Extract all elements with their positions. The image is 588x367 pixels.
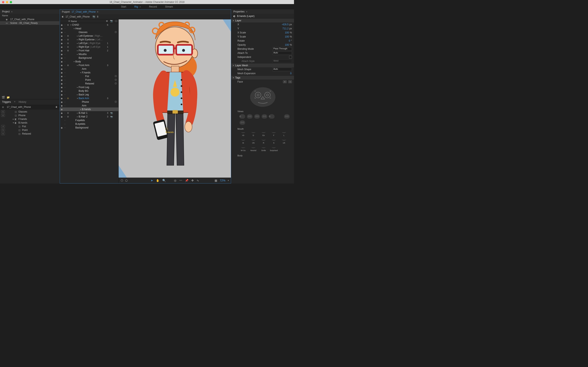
visibility-toggle[interactable]: ◉: [60, 72, 63, 74]
lock-dot[interactable]: ●: [63, 57, 66, 58]
hierarchy-row[interactable]: ◉●Relaxedⓘ: [60, 82, 118, 85]
view-right-quarter[interactable]: [261, 114, 267, 119]
trigger-row[interactable]: G◫Phone: [0, 114, 60, 117]
hierarchy-row[interactable]: ◉●♔▸Left Eyebrow| Righ…: [60, 34, 118, 38]
hierarchy-row[interactable]: ◉●Pointⓘ: [60, 78, 118, 82]
expand-caret[interactable]: ▸: [76, 94, 79, 96]
zoom-value[interactable]: 72%: [220, 179, 225, 182]
lock-dot[interactable]: ●: [63, 127, 66, 128]
mesh-fill-icon[interactable]: ⬠: [125, 179, 128, 182]
visibility-toggle[interactable]: ◉: [60, 83, 63, 85]
expand-caret[interactable]: ▾: [70, 24, 72, 26]
visibility-toggle[interactable]: ◉: [60, 94, 63, 96]
hierarchy-row[interactable]: ◉●▸Front Leg: [60, 85, 118, 89]
lock-dot[interactable]: ●: [63, 24, 66, 25]
lock-dot[interactable]: ●: [63, 90, 66, 92]
lock-dot[interactable]: ●: [63, 76, 66, 77]
visibility-toggle[interactable]: ◉: [60, 46, 63, 48]
expand-caret[interactable]: ▸: [76, 35, 79, 37]
lock-dot[interactable]: ●: [63, 79, 66, 81]
canvas[interactable]: B.hands: [119, 19, 231, 178]
hierarchy-row[interactable]: ◉●▾Body: [60, 60, 118, 63]
webcam-icon[interactable]: ⓘ: [115, 78, 117, 81]
viseme-uh[interactable]: Uh: [280, 139, 288, 144]
trigger-key[interactable]: G: [1, 114, 5, 117]
hierarchy-row[interactable]: ◉●Arm: [60, 104, 118, 108]
visibility-toggle[interactable]: ◉: [60, 57, 63, 59]
visibility-toggle[interactable]: ◉: [60, 50, 63, 52]
lock-dot[interactable]: ●: [63, 87, 66, 88]
trigger-key[interactable]: G: [1, 110, 5, 113]
visibility-toggle[interactable]: ◉: [60, 97, 63, 100]
lock-dot[interactable]: ●: [63, 116, 66, 117]
visibility-toggle[interactable]: ◉: [60, 24, 63, 26]
attach-dropdown[interactable]: Auto: [272, 51, 292, 55]
lock-dot[interactable]: ●: [63, 101, 66, 103]
hierarchy-row[interactable]: ◉●♔▾CHAD6: [60, 23, 118, 27]
expand-caret[interactable]: ▸: [76, 53, 79, 55]
lock-dot[interactable]: ●: [63, 83, 66, 84]
face-tag-widget[interactable]: [247, 85, 278, 108]
dangle-tool-icon[interactable]: 〰: [179, 179, 182, 182]
visibility-toggle[interactable]: ◉: [60, 101, 63, 103]
puppet-menu-icon[interactable]: ≡: [97, 10, 98, 13]
trigger-icon[interactable]: 📷: [110, 116, 113, 118]
crown-icon[interactable]: ♔: [66, 49, 70, 52]
tab-stream[interactable]: Stream: [165, 5, 173, 8]
expand-caret[interactable]: ▸: [79, 108, 82, 110]
hierarchy-row[interactable]: ◉●▸B.hands: [60, 108, 118, 111]
trigger-row[interactable]: G◫Glasses: [0, 110, 60, 114]
visibility-toggle[interactable]: ◉: [60, 90, 63, 92]
hierarchy-row[interactable]: ◉●♔▸B.Hair 13📷: [60, 111, 118, 115]
viseme-l[interactable]: L: [280, 131, 288, 136]
mesh-outline-icon[interactable]: ⬡: [121, 179, 123, 182]
visibility-toggle[interactable]: ◉: [60, 127, 63, 129]
expand-caret[interactable]: ▸: [76, 39, 79, 41]
visibility-toggle[interactable]: ◉: [60, 79, 63, 81]
checker-icon[interactable]: ▦: [215, 179, 217, 182]
visibility-toggle[interactable]: ◉: [60, 31, 63, 33]
trigger-row[interactable]: 6◫Relaxed: [0, 132, 60, 136]
crown-icon[interactable]: ♔: [66, 115, 70, 118]
caret-icon[interactable]: ▸: [12, 118, 15, 120]
viseme-f[interactable]: F: [270, 131, 277, 136]
caret-icon[interactable]: ▾: [12, 122, 15, 124]
lock-dot[interactable]: ●: [63, 43, 66, 44]
expand-caret[interactable]: ▸: [76, 42, 79, 44]
drag-tool-icon[interactable]: ✥: [191, 179, 194, 182]
trigger-key[interactable]: 4: [1, 125, 5, 128]
expand-caret[interactable]: ▸: [76, 86, 79, 88]
hierarchy-row[interactable]: ◉●♔▾Back Arm3: [60, 96, 118, 100]
visibility-toggle[interactable]: ◉: [60, 27, 63, 30]
lock-dot[interactable]: ●: [63, 28, 66, 29]
zoom-chevron-icon[interactable]: ▾: [228, 179, 229, 182]
origin-handle-icon[interactable]: [165, 128, 168, 131]
webcam-icon[interactable]: ⓘ: [115, 31, 117, 34]
crown-icon[interactable]: ♔: [66, 35, 70, 37]
trigger-icon[interactable]: 📷: [110, 112, 113, 114]
tab-record[interactable]: Record: [149, 5, 157, 8]
viseme-smile[interactable]: Smile: [260, 146, 267, 151]
visibility-toggle[interactable]: ◉: [60, 68, 63, 70]
hierarchy-row[interactable]: ◉●Body BG: [60, 89, 118, 93]
stick-tool-icon[interactable]: ∿: [197, 179, 199, 182]
crown-icon[interactable]: ♔: [66, 112, 70, 114]
view-front[interactable]: [254, 114, 260, 119]
trigger-key[interactable]: 5: [1, 129, 5, 132]
hierarchy-row[interactable]: ◉●▾F.hands: [60, 71, 118, 75]
viseme-ah[interactable]: Ah: [240, 131, 247, 136]
maximize-icon[interactable]: [10, 1, 12, 3]
lock-dot[interactable]: ●: [63, 98, 66, 99]
hierarchy-row[interactable]: ◉●Background: [60, 56, 118, 60]
viseme-r[interactable]: R: [260, 139, 267, 144]
grid-icon[interactable]: ⊞: [2, 106, 4, 108]
zoom-tool-icon[interactable]: 🔍: [162, 179, 166, 182]
hierarchy-row[interactable]: ◉●♔▸Right Eye| Left Eye1: [60, 45, 118, 49]
trigger-row[interactable]: 5◫Point: [0, 128, 60, 132]
trigger-row[interactable]: 4◫Fist: [0, 125, 60, 128]
viseme-surprised[interactable]: Surprised: [270, 146, 277, 151]
trigger-key[interactable]: [1, 121, 5, 124]
lock-dot[interactable]: ●: [63, 32, 66, 33]
hierarchy-row[interactable]: ◉●Glassesⓘ: [60, 30, 118, 34]
crown-icon[interactable]: ♔: [66, 38, 70, 41]
